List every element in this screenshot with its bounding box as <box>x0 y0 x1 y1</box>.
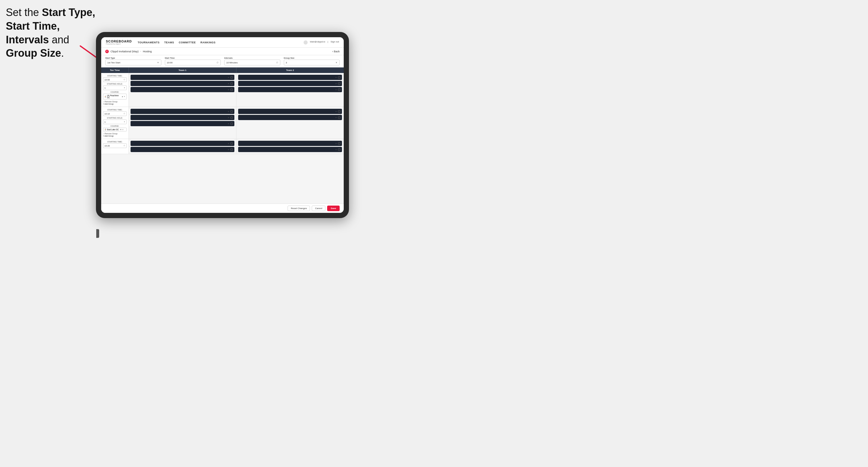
intervals-chevron-icon: ⏱ <box>276 61 278 64</box>
instruction-group-size: Group Size <box>6 47 61 59</box>
player-x-icon[interactable]: × <box>228 82 229 85</box>
player-row: × ○ <box>238 109 342 114</box>
team2-cell-1: × ○ × ○ × ○ <box>237 73 344 107</box>
player-row: × ○ <box>130 121 235 126</box>
nav-committee[interactable]: COMMITTEE <box>179 40 196 44</box>
course-chevron-2[interactable]: ▼ <box>122 129 124 130</box>
player-circle-icon[interactable]: ○ <box>338 142 341 145</box>
remove-add-1: ○ Remove Group + Add Group <box>103 101 127 105</box>
tee-cell-3: STARTING TIME: 10:20 ⏱ <box>101 139 129 154</box>
add-group-1[interactable]: + Add Group <box>103 103 127 105</box>
starting-hole-select-2[interactable]: 1 ▼ <box>103 120 127 124</box>
player-circle-icon[interactable]: ○ <box>338 110 341 113</box>
player-x-icon[interactable]: × <box>228 148 229 151</box>
starting-time-input-2[interactable]: 10:10 ⏱ <box>103 112 127 116</box>
intervals-label: Intervals <box>224 57 280 59</box>
course-chevron-1[interactable]: ▼ <box>124 96 125 97</box>
player-circle-icon[interactable]: ○ <box>338 148 341 151</box>
player-x-icon[interactable]: × <box>335 116 337 119</box>
start-type-chevron-icon: ▼ <box>157 61 159 64</box>
start-type-group: Start Type 1st Tee Start ▼ <box>105 57 161 65</box>
starting-hole-select-1[interactable]: 1 ▼ <box>103 86 127 90</box>
instruction-line1-normal: Set the <box>6 6 42 18</box>
player-row: × ○ <box>238 115 342 120</box>
starting-time-input-1[interactable]: 10:00 ⏱ <box>103 77 127 82</box>
player-circle-icon[interactable]: ○ <box>230 116 233 119</box>
logo-area: SCOREBOARD Powered by clipp'd <box>106 39 132 45</box>
course-tag-1: 🏌 (A) Peachtree GC × ▼ <box>103 94 127 99</box>
group-size-select[interactable]: 3 ▼ <box>284 60 340 65</box>
nav-tournaments[interactable]: TOURNAMENTS <box>137 40 159 44</box>
player-circle-icon[interactable]: ○ <box>230 88 233 91</box>
player-circle-icon[interactable]: ○ <box>230 76 233 79</box>
reset-changes-button[interactable]: Reset Changes <box>287 206 310 211</box>
starting-time-label-3: STARTING TIME: <box>103 141 127 143</box>
sidebar-tab[interactable] <box>96 229 99 238</box>
player-circle-icon[interactable]: ○ <box>230 142 233 145</box>
nav-rankings[interactable]: RANKINGS <box>200 40 215 44</box>
player-circle-icon[interactable]: ○ <box>230 148 233 151</box>
player-x-icon[interactable]: × <box>228 110 229 113</box>
player-x-icon[interactable]: × <box>335 88 337 91</box>
cancel-button[interactable]: Cancel <box>312 206 326 211</box>
start-time-select[interactable]: 10:00 ⏱ <box>165 60 221 65</box>
player-x-icon[interactable]: × <box>228 116 229 119</box>
start-type-select[interactable]: 1st Tee Start ▼ <box>105 60 161 65</box>
player-circle-icon[interactable]: ○ <box>338 82 341 85</box>
player-row: × ○ <box>238 87 342 92</box>
course-x-1[interactable]: × <box>122 96 123 98</box>
col-team1: Team 1 <box>129 67 237 73</box>
table-row: STARTING TIME: 10:00 ⏱ STARTING HOLE: 1 … <box>101 73 344 107</box>
back-button[interactable]: ‹ Back <box>332 50 340 53</box>
player-circle-icon[interactable]: ○ <box>230 122 233 125</box>
course-name-2: East Lake GC <box>107 128 119 130</box>
breadcrumb-separator: › <box>141 50 141 53</box>
starting-time-val-2: 10:10 <box>104 113 110 115</box>
starting-hole-val-2: 1 <box>104 121 105 123</box>
nav-right: blair@clippd.io | Sign out <box>304 40 339 44</box>
tournament-name: Clippd Invitational (May) <box>111 50 139 53</box>
player-circle-icon[interactable]: ○ <box>338 76 341 79</box>
table-content[interactable]: STARTING TIME: 10:00 ⏱ STARTING HOLE: 1 … <box>101 73 344 204</box>
add-group-2[interactable]: + Add Group <box>103 135 127 137</box>
course-x-2[interactable]: × <box>120 128 121 130</box>
table-header: Tee Time Team 1 Team 2 <box>101 67 344 73</box>
breadcrumb-section: Hosting <box>143 50 152 53</box>
player-x-icon[interactable]: × <box>228 76 229 79</box>
player-circle-icon[interactable]: ○ <box>338 116 341 119</box>
player-circle-icon[interactable]: ○ <box>230 110 233 113</box>
nav-links: TOURNAMENTS TEAMS COMMITTEE RANKINGS <box>137 40 215 44</box>
intervals-select[interactable]: 10 Minutes ⏱ <box>224 60 280 65</box>
starting-time-val-1: 10:00 <box>104 79 110 81</box>
player-x-icon[interactable]: × <box>335 142 337 145</box>
save-button[interactable]: Save <box>327 206 340 211</box>
player-circle-icon[interactable]: ○ <box>230 82 233 85</box>
sign-out-link[interactable]: Sign out <box>331 40 339 44</box>
player-x-icon[interactable]: × <box>335 110 337 113</box>
remove-group-2[interactable]: ○ Remove Group <box>103 133 127 135</box>
player-x-icon[interactable]: × <box>335 82 337 85</box>
nav-teams[interactable]: TEAMS <box>164 40 174 44</box>
logo-sub: Powered by clipp'd <box>106 43 132 45</box>
player-circle-icon[interactable]: ○ <box>338 88 341 91</box>
nav-bar: SCOREBOARD Powered by clipp'd TOURNAMENT… <box>101 37 344 48</box>
course-icon-1: 🏌 <box>104 96 106 98</box>
pipe-separator: | <box>328 40 328 44</box>
starting-hole-label-2: STARTING HOLE: <box>103 117 127 119</box>
remove-group-1[interactable]: ○ Remove Group <box>103 101 127 103</box>
player-row: × ○ <box>130 115 235 120</box>
instruction-and: and <box>49 34 69 45</box>
tee-cell-1: STARTING TIME: 10:00 ⏱ STARTING HOLE: 1 … <box>101 73 129 107</box>
player-x-icon[interactable]: × <box>228 88 229 91</box>
starting-time-val-3: 10:20 <box>104 145 110 147</box>
player-row: × ○ <box>130 87 235 92</box>
player-row: × ○ <box>130 81 235 86</box>
player-x-icon[interactable]: × <box>335 148 337 151</box>
controls-row: Start Type 1st Tee Start ▼ Start Time 10… <box>101 55 344 67</box>
player-x-icon[interactable]: × <box>228 122 229 125</box>
player-row: × ○ <box>130 141 235 146</box>
starting-time-input-3[interactable]: 10:20 ⏱ <box>103 143 127 148</box>
start-time-value: 10:00 <box>167 61 173 64</box>
player-x-icon[interactable]: × <box>228 142 229 145</box>
player-x-icon[interactable]: × <box>335 76 337 79</box>
